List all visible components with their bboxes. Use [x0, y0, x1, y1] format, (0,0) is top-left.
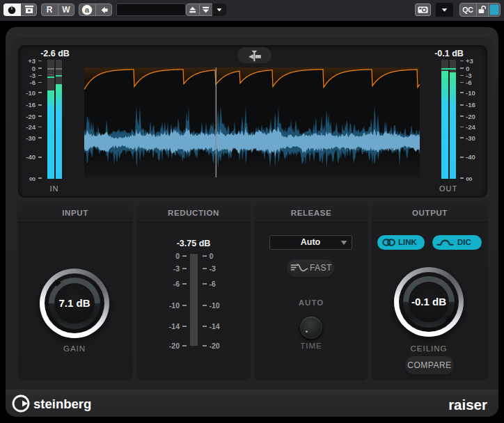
svg-text:a: a	[85, 6, 90, 14]
